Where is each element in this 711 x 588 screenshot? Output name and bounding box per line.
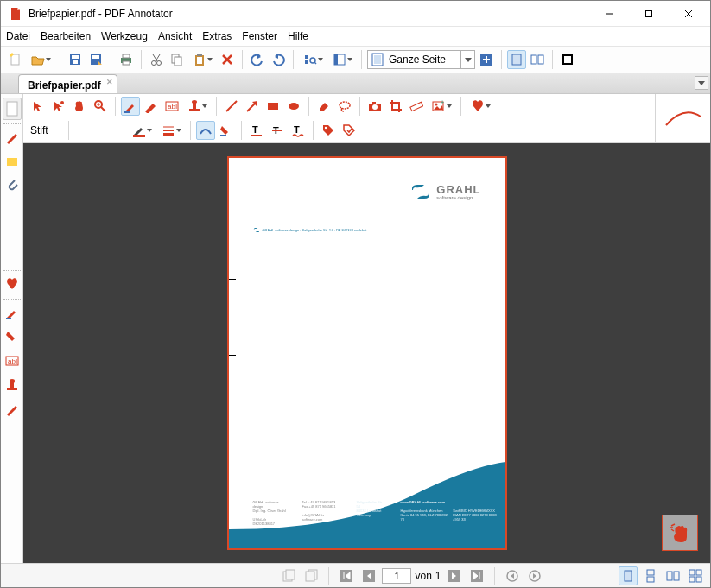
copy-button[interactable] — [168, 50, 187, 69]
tag-icon[interactable] — [319, 121, 338, 140]
rail-attachment-icon[interactable] — [3, 174, 22, 197]
eraser-tool-icon[interactable] — [314, 97, 333, 116]
view-twopage-cont-button[interactable] — [686, 566, 705, 585]
text-underline-icon[interactable]: T — [247, 121, 266, 140]
textbox-tool-icon[interactable]: abI — [162, 97, 181, 116]
svg-rect-33 — [512, 54, 521, 65]
sidebar-toggle-button[interactable] — [328, 50, 356, 69]
first-page-button[interactable] — [337, 566, 356, 585]
lasso-tool-icon[interactable] — [335, 97, 354, 116]
select-tool-icon[interactable] — [29, 97, 48, 116]
zoom-add-button[interactable] — [477, 50, 496, 69]
new-button[interactable] — [6, 50, 25, 69]
svg-rect-96 — [696, 570, 701, 575]
zoom-tool-icon[interactable] — [91, 97, 110, 116]
ellipse-tool-icon[interactable] — [284, 97, 303, 116]
zoom-caret-icon[interactable] — [460, 51, 474, 68]
prev-page-button[interactable] — [359, 566, 378, 585]
fold-mark-1 — [229, 279, 236, 280]
open-button[interactable] — [27, 50, 54, 69]
rail-edit-pen-icon[interactable] — [3, 301, 22, 324]
minimize-button[interactable] — [589, 1, 629, 26]
document-tab[interactable]: Briefpapier.pdf ✕ — [18, 74, 117, 93]
stroke-width-icon[interactable] — [157, 121, 185, 140]
menu-hilfe[interactable]: Hilfe — [288, 30, 308, 42]
redo-button[interactable] — [269, 50, 288, 69]
curve-style-icon[interactable] — [196, 121, 215, 140]
delete-button[interactable] — [218, 50, 237, 69]
menu-fenster[interactable]: Fenster — [242, 30, 277, 42]
print-button[interactable] — [117, 50, 136, 69]
menu-datei[interactable]: Datei — [6, 30, 30, 42]
annotation-toolbar: abI + — [23, 94, 710, 143]
tab-close-icon[interactable]: ✕ — [106, 78, 113, 86]
snapshot-next-icon[interactable] — [302, 566, 321, 585]
page-sep-label: von — [415, 570, 431, 582]
history-back-button[interactable] — [503, 566, 522, 585]
page-number-input[interactable] — [382, 568, 411, 584]
cut-button[interactable] — [147, 50, 166, 69]
rail-marker-icon[interactable] — [3, 326, 22, 348]
svg-rect-93 — [667, 572, 672, 580]
rail-highlighter-icon[interactable] — [3, 150, 22, 173]
menu-bearbeiten[interactable]: Bearbeiten — [41, 30, 91, 42]
view-twopage-button[interactable] — [663, 566, 682, 585]
document-viewport[interactable]: GRAHL software design GRAHL software des… — [23, 143, 710, 563]
rail-page-icon[interactable] — [3, 98, 22, 120]
close-button[interactable] — [669, 1, 708, 26]
menu-extras[interactable]: Extras — [202, 30, 232, 42]
paste-button[interactable] — [188, 50, 216, 69]
rail-stamp-icon[interactable] — [3, 374, 22, 396]
svg-text:+: + — [441, 99, 444, 105]
view-single-button[interactable] — [619, 566, 638, 585]
image-tool-icon[interactable]: + — [428, 97, 455, 116]
arrow-tool-icon[interactable] — [243, 97, 262, 116]
save-button[interactable] — [66, 50, 85, 69]
layout-two-button[interactable] — [528, 50, 547, 69]
stamp-tool-icon[interactable] — [183, 97, 211, 116]
layout-single-button[interactable] — [507, 50, 526, 69]
history-fwd-button[interactable] — [525, 566, 544, 585]
zoom-page-icon — [370, 52, 385, 67]
pan-tool-icon[interactable] — [70, 97, 89, 116]
line-tool-icon[interactable] — [222, 97, 241, 116]
rail-pen2-icon[interactable] — [3, 398, 22, 420]
zoom-select[interactable]: Ganze Seite — [367, 50, 475, 69]
svg-rect-18 — [197, 57, 202, 64]
rail-text-icon[interactable]: abI — [3, 350, 22, 372]
pressure-style-icon[interactable] — [217, 121, 236, 140]
measure-tool-icon[interactable] — [407, 97, 426, 116]
pen-tool-icon[interactable] — [121, 97, 140, 116]
rect-tool-icon[interactable] — [263, 97, 282, 116]
menu-werkzeug[interactable]: Werkzeug — [101, 30, 148, 42]
snapshot-prev-icon[interactable] — [279, 566, 298, 585]
svg-rect-91 — [647, 570, 654, 575]
svg-rect-69 — [133, 135, 145, 137]
page[interactable]: GRAHL software design GRAHL software des… — [229, 158, 505, 548]
svg-rect-94 — [674, 572, 679, 580]
highlighter-tool-icon[interactable] — [142, 97, 161, 116]
fullscreen-button[interactable] — [558, 50, 577, 69]
touch-mode-button[interactable] — [662, 515, 698, 551]
rail-pen-icon[interactable] — [3, 126, 22, 149]
favorite-tool-icon[interactable] — [467, 97, 494, 116]
svg-rect-22 — [305, 55, 308, 59]
stroke-color-icon[interactable] — [128, 121, 156, 140]
crop-tool-icon[interactable] — [386, 97, 405, 116]
tab-menu-button[interactable] — [695, 76, 708, 90]
next-page-button[interactable] — [445, 566, 464, 585]
select-point-tool-icon[interactable] — [49, 97, 68, 116]
undo-button[interactable] — [248, 50, 267, 69]
menu-ansicht[interactable]: Ansicht — [158, 30, 192, 42]
text-squiggle-icon[interactable]: T — [289, 121, 308, 140]
search-button[interactable] — [299, 50, 327, 69]
view-continuous-button[interactable] — [641, 566, 660, 585]
text-strikethrough-icon[interactable]: T — [268, 121, 287, 140]
rail-favorite-icon[interactable] — [3, 273, 22, 295]
last-page-button[interactable] — [467, 566, 486, 585]
tag-options-icon[interactable] — [340, 121, 359, 140]
saveas-button[interactable] — [86, 50, 105, 69]
svg-rect-29 — [374, 55, 381, 64]
camera-tool-icon[interactable] — [365, 97, 384, 116]
maximize-button[interactable] — [629, 1, 669, 26]
